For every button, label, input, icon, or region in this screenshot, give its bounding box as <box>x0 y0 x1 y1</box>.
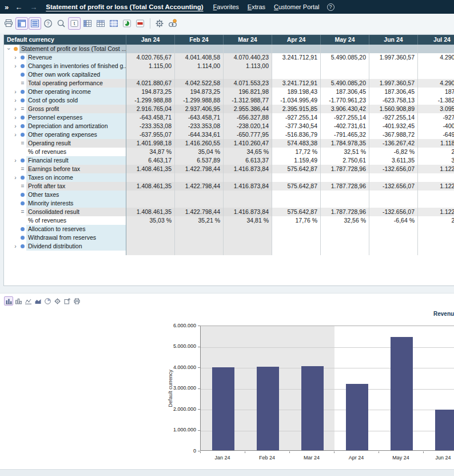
binoculars-lock-icon[interactable] <box>166 17 179 30</box>
cell-jan-24-row-14[interactable]: 1.408.461,35 <box>126 165 175 173</box>
expand-icon[interactable]: › <box>12 122 19 130</box>
cell-feb-24-row-9[interactable]: -233.353,08 <box>175 122 224 130</box>
horizontal-scrollbar[interactable] <box>0 469 454 476</box>
cell-jul-24-row-23[interactable] <box>418 242 454 251</box>
rows-layout-icon[interactable] <box>29 17 41 30</box>
cell-may-24-row-6[interactable]: -1.770.961,23 <box>321 96 369 105</box>
column-header-jun-24[interactable]: Jun 24 <box>369 35 418 45</box>
cell-jun-24-row-5[interactable]: 187.306,45 <box>369 88 418 96</box>
cell-jun-24-row-15[interactable] <box>369 173 418 182</box>
cell-apr-24-row-18[interactable] <box>272 199 321 208</box>
cell-jul-24-row-21[interactable] <box>418 225 454 233</box>
cell-jun-24-row-6[interactable]: -623.758,13 <box>369 96 418 105</box>
expand-icon[interactable]: › <box>12 242 19 251</box>
cell-jul-24-row-6[interactable]: -1.382.40 <box>418 96 454 105</box>
cell-mar-24-row-5[interactable]: 196.821,98 <box>224 88 272 96</box>
cell-jul-24-row-13[interactable]: 3.86 <box>418 156 454 165</box>
area-chart-icon[interactable] <box>33 296 42 306</box>
cell-feb-24-row-0[interactable] <box>175 45 224 53</box>
row-label[interactable]: Operating result <box>26 139 126 148</box>
cell-jul-24-row-10[interactable]: -649.29 <box>418 130 454 139</box>
cell-mar-24-row-11[interactable]: 1.410.260,47 <box>224 139 272 148</box>
cell-jan-24-row-11[interactable]: 1.401.998,18 <box>126 139 175 148</box>
collapse-icon[interactable]: › <box>5 46 13 53</box>
cell-jun-24-row-2[interactable] <box>369 62 418 70</box>
cell-jul-24-row-5[interactable]: 187.30 <box>418 88 454 96</box>
cell-may-24-row-5[interactable]: 187.306,45 <box>321 88 369 96</box>
bar-chart-icon[interactable] <box>4 296 13 306</box>
row-label[interactable]: Other operating expenses <box>26 130 126 139</box>
cell-jul-24-row-15[interactable] <box>418 173 454 182</box>
cell-apr-24-row-21[interactable] <box>272 225 321 233</box>
cell-feb-24-row-3[interactable] <box>175 70 224 79</box>
pie-chart-icon[interactable] <box>43 296 52 306</box>
cell-jul-24-row-9[interactable]: -400.24 <box>418 122 454 130</box>
cell-feb-24-row-2[interactable]: 1.114,00 <box>175 62 224 70</box>
cell-jul-24-row-19[interactable]: 1.122.13 <box>418 208 454 216</box>
cell-apr-24-row-7[interactable]: 2.395.915,85 <box>272 105 321 113</box>
report-export-icon[interactable] <box>134 17 146 30</box>
cell-jan-24-row-5[interactable]: 194.873,25 <box>126 88 175 96</box>
cell-may-24-row-17[interactable] <box>321 191 369 199</box>
column-header-default-currency[interactable]: Default currency <box>4 35 126 45</box>
cell-apr-24-row-2[interactable] <box>272 62 321 70</box>
cell-jun-24-row-7[interactable]: 1.560.908,89 <box>369 105 418 113</box>
cell-jul-24-row-8[interactable]: -927.25 <box>418 113 454 122</box>
cell-apr-24-row-13[interactable]: 1.159,49 <box>272 156 321 165</box>
expand-menu-icon[interactable]: » <box>5 3 7 11</box>
help-icon[interactable]: ? <box>327 3 334 11</box>
cell-mar-24-row-12[interactable]: 34,65 % <box>224 148 272 156</box>
cell-mar-24-row-2[interactable]: 1.113,00 <box>224 62 272 70</box>
cell-jul-24-row-0[interactable] <box>418 45 454 53</box>
column-header-mar-24[interactable]: Mar 24 <box>224 35 272 45</box>
cell-jul-24-row-17[interactable] <box>418 191 454 199</box>
grid-full-icon[interactable] <box>107 17 120 30</box>
cell-may-24-row-3[interactable] <box>321 70 369 79</box>
cell-mar-24-row-8[interactable]: -656.327,88 <box>224 113 272 122</box>
row-label[interactable]: Consolidated result <box>26 208 126 216</box>
cell-apr-24-row-16[interactable]: 575.642,87 <box>272 182 321 191</box>
cell-jan-24-row-23[interactable] <box>126 242 175 251</box>
row-label[interactable]: Depreciation and amortization <box>26 122 126 130</box>
cell-mar-24-row-4[interactable]: 4.071.553,23 <box>224 79 272 88</box>
cell-mar-24-row-14[interactable]: 1.416.873,84 <box>224 165 272 173</box>
cell-feb-24-row-5[interactable]: 194.873,25 <box>175 88 224 96</box>
cell-jul-24-row-22[interactable] <box>418 233 454 242</box>
row-label[interactable]: Dividend distribution <box>26 242 126 251</box>
cell-feb-24-row-12[interactable]: 35,04 % <box>175 148 224 156</box>
cell-may-24-row-4[interactable]: 5.490.085,20 <box>321 79 369 88</box>
cell-apr-24-row-3[interactable] <box>272 70 321 79</box>
cell-jun-24-row-17[interactable] <box>369 191 418 199</box>
cell-jan-24-row-21[interactable] <box>126 225 175 233</box>
row-label[interactable]: Other taxes <box>26 191 126 199</box>
cell-apr-24-row-12[interactable]: 17,72 % <box>272 148 321 156</box>
cell-may-24-row-2[interactable] <box>321 62 369 70</box>
cell-apr-24-row-19[interactable]: 575.642,87 <box>272 208 321 216</box>
cell-feb-24-row-4[interactable]: 4.042.522,58 <box>175 79 224 88</box>
cell-mar-24-row-3[interactable] <box>224 70 272 79</box>
line-chart-icon[interactable] <box>23 296 33 306</box>
cell-jan-24-row-3[interactable] <box>126 70 175 79</box>
help-icon[interactable]: ? <box>42 17 54 30</box>
cell-apr-24-row-8[interactable]: -927.255,14 <box>272 113 321 122</box>
cell-apr-24-row-20[interactable]: 17,76 % <box>272 216 321 225</box>
cell-mar-24-row-16[interactable]: 1.416.873,84 <box>224 182 272 191</box>
column-header-jul-24[interactable]: Jul 24 <box>418 35 454 45</box>
cell-apr-24-row-0[interactable] <box>272 45 321 53</box>
cell-mar-24-row-20[interactable]: 34,81 % <box>224 216 272 225</box>
expand-icon[interactable]: › <box>12 156 19 165</box>
cell-apr-24-row-14[interactable]: 575.642,87 <box>272 165 321 173</box>
cell-feb-24-row-11[interactable]: 1.416.260,55 <box>175 139 224 148</box>
cell-jun-24-row-22[interactable] <box>369 233 418 242</box>
cell-jun-24-row-16[interactable]: -132.656,07 <box>369 182 418 191</box>
cell-mar-24-row-9[interactable]: -238.020,14 <box>224 122 272 130</box>
cell-jun-24-row-21[interactable] <box>369 225 418 233</box>
cell-mar-24-row-23[interactable] <box>224 242 272 251</box>
row-label[interactable]: Cost of goods sold <box>26 96 126 105</box>
cell-may-24-row-8[interactable]: -927.255,14 <box>321 113 369 122</box>
cell-mar-24-row-21[interactable] <box>224 225 272 233</box>
cell-feb-24-row-16[interactable]: 1.422.798,44 <box>175 182 224 191</box>
cell-jan-24-row-19[interactable]: 1.408.461,35 <box>126 208 175 216</box>
cell-jan-24-row-16[interactable]: 1.408.461,35 <box>126 182 175 191</box>
menu-item-extras[interactable]: Extras <box>248 3 265 10</box>
